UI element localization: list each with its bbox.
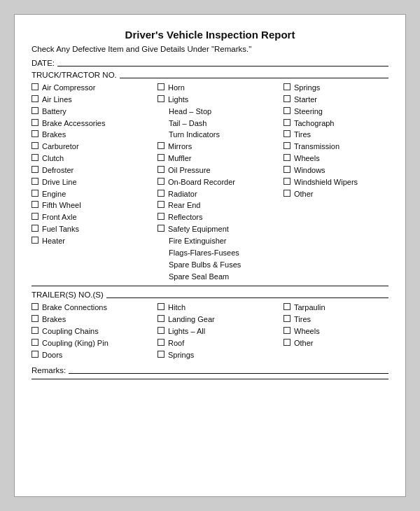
checkbox-icon[interactable] (158, 339, 164, 346)
truck-item[interactable]: Carburetor (31, 141, 158, 152)
truck-item[interactable]: Brake Accessories (31, 118, 158, 129)
truck-item[interactable]: Air Compressor (31, 83, 158, 93)
checkbox-icon[interactable] (31, 190, 38, 197)
checkbox-icon[interactable] (31, 95, 38, 102)
truck-item[interactable]: Tachograph (284, 118, 388, 129)
trailer-item[interactable]: Coupling (King) Pin (31, 338, 158, 349)
truck-item[interactable]: Battery (31, 106, 158, 117)
trailer-item[interactable]: Other (284, 338, 388, 349)
truck-item[interactable]: Rear End (158, 200, 284, 211)
trailer-item[interactable]: Springs (158, 350, 284, 360)
checkbox-icon[interactable] (158, 303, 164, 310)
checkbox-icon[interactable] (284, 142, 290, 149)
checkbox-icon[interactable] (31, 237, 38, 244)
checkbox-icon[interactable] (284, 190, 290, 197)
checkbox-icon[interactable] (31, 339, 38, 346)
checkbox-icon[interactable] (31, 213, 38, 220)
checkbox-icon[interactable] (158, 327, 164, 334)
truck-item[interactable]: Front Axle (31, 212, 158, 223)
truck-item[interactable]: Muffler (158, 153, 284, 164)
checkbox-icon[interactable] (158, 178, 164, 185)
checkbox-icon[interactable] (158, 351, 164, 358)
checkbox-icon[interactable] (158, 142, 164, 149)
truck-item[interactable]: Lights (158, 94, 284, 105)
truck-item[interactable]: Starter (284, 94, 388, 105)
truck-item[interactable]: Wheels (284, 153, 388, 164)
trailer-item[interactable]: Tarpaulin (284, 302, 388, 313)
checkbox-icon[interactable] (31, 201, 38, 208)
checkbox-icon[interactable] (31, 154, 38, 161)
checkbox-icon[interactable] (31, 178, 38, 185)
truck-item[interactable]: Transmission (284, 141, 388, 152)
truck-item[interactable]: Brakes (31, 130, 158, 140)
truck-item[interactable]: Reflectors (158, 212, 284, 223)
checkbox-icon[interactable] (31, 315, 38, 322)
checkbox-icon[interactable] (284, 119, 290, 126)
checkbox-icon[interactable] (284, 166, 290, 173)
checkbox-icon[interactable] (158, 83, 164, 90)
truck-item[interactable]: Springs (284, 83, 388, 93)
truck-item[interactable]: Air Lines (31, 94, 158, 105)
checkbox-icon[interactable] (284, 154, 290, 161)
truck-item[interactable]: Defroster (31, 165, 158, 176)
truck-item[interactable]: Horn (158, 83, 284, 93)
checkbox-icon[interactable] (284, 95, 290, 102)
checkbox-icon[interactable] (31, 142, 38, 149)
truck-item[interactable]: Fuel Tanks (31, 224, 158, 234)
checkbox-icon[interactable] (158, 315, 164, 322)
truck-item[interactable]: Windows (284, 165, 388, 176)
checkbox-icon[interactable] (284, 178, 290, 185)
truck-item[interactable]: Safety Equipment (158, 224, 284, 234)
checkbox-icon[interactable] (31, 107, 38, 114)
checkbox-icon[interactable] (284, 315, 290, 322)
checkbox-icon[interactable] (158, 190, 164, 197)
truck-item[interactable]: Heater (31, 236, 158, 246)
item-label: Lights (168, 94, 284, 105)
trailer-item[interactable]: Brake Connections (31, 302, 158, 313)
truck-item[interactable]: Steering (284, 106, 388, 117)
checkbox-icon[interactable] (284, 130, 290, 137)
checkbox-icon[interactable] (284, 83, 290, 90)
trailer-item[interactable]: Brakes (31, 314, 158, 325)
trailer-underline (106, 298, 388, 298)
checkbox-icon[interactable] (31, 166, 38, 173)
trailer-item[interactable]: Hitch (158, 302, 284, 313)
item-label: Heater (42, 236, 158, 246)
checkbox-icon[interactable] (158, 154, 164, 161)
truck-item[interactable]: Engine (31, 189, 158, 200)
truck-item[interactable]: Tires (284, 130, 388, 140)
trailer-item[interactable]: Tires (284, 314, 388, 325)
checkbox-icon[interactable] (31, 303, 38, 310)
truck-item[interactable]: Oil Pressure (158, 165, 284, 176)
checkbox-icon[interactable] (158, 225, 164, 232)
checkbox-icon[interactable] (31, 351, 38, 358)
trailer-item[interactable]: Roof (158, 338, 284, 349)
truck-item[interactable]: Drive Line (31, 177, 158, 188)
trailer-item[interactable]: Wheels (284, 326, 388, 337)
checkbox-icon[interactable] (284, 107, 290, 114)
checkbox-icon[interactable] (31, 225, 38, 232)
trailer-item[interactable]: Lights – All (158, 326, 284, 337)
checkbox-icon[interactable] (284, 303, 290, 310)
checkbox-icon[interactable] (31, 327, 38, 334)
truck-item[interactable]: Windshield Wipers (284, 177, 388, 188)
trailer-item[interactable]: Coupling Chains (31, 326, 158, 337)
checkbox-icon[interactable] (158, 95, 164, 102)
truck-item[interactable]: Mirrors (158, 141, 284, 152)
checkbox-icon[interactable] (31, 83, 38, 90)
checkbox-icon[interactable] (284, 339, 290, 346)
checkbox-icon[interactable] (284, 327, 290, 334)
checkbox-icon[interactable] (31, 119, 38, 126)
truck-item[interactable]: On-Board Recorder (158, 177, 284, 188)
trailer-item[interactable]: Doors (31, 350, 158, 360)
checkbox-icon[interactable] (31, 130, 38, 137)
checkbox-icon[interactable] (158, 166, 164, 173)
truck-item[interactable]: Clutch (31, 153, 158, 164)
trailer-item[interactable]: Landing Gear (158, 314, 284, 325)
truck-item[interactable]: Radiator (158, 189, 284, 200)
truck-item[interactable]: Fifth Wheel (31, 200, 158, 211)
checkbox-icon[interactable] (158, 201, 164, 208)
item-label: Oil Pressure (168, 165, 284, 176)
truck-item[interactable]: Other (284, 189, 388, 200)
checkbox-icon[interactable] (158, 213, 164, 220)
